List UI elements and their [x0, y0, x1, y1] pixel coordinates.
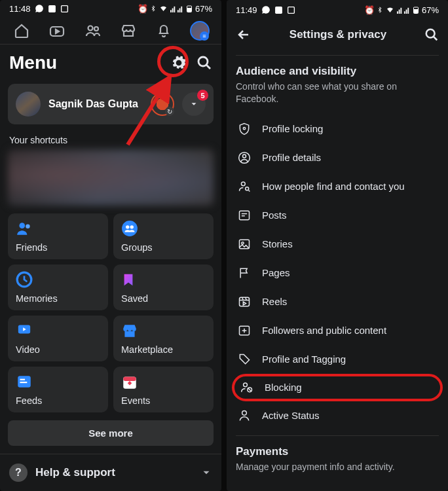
svg-point-15: [26, 225, 29, 229]
svg-rect-26: [275, 7, 282, 14]
section-desc: Control who can see what you share on Fa…: [236, 81, 439, 105]
person-icon: [237, 409, 252, 423]
flag-icon: [237, 266, 252, 280]
svg-point-14: [19, 223, 25, 228]
svg-point-11: [88, 26, 92, 30]
settings-title: Settings & privacy: [252, 28, 424, 41]
search-icon[interactable]: [424, 27, 439, 42]
svg-rect-31: [404, 11, 405, 14]
person-block-icon: [240, 380, 254, 395]
row-find-contact[interactable]: How people find and contact you: [236, 172, 439, 201]
menu-header: Menu: [0, 45, 221, 80]
row-profile-locking[interactable]: Profile locking: [236, 115, 439, 143]
search-icon[interactable]: [196, 54, 212, 71]
row-stories[interactable]: Stories: [236, 230, 439, 259]
tile-feeds[interactable]: Feeds: [8, 367, 108, 412]
row-ads-payments[interactable]: Ads payments: [236, 482, 439, 491]
tile-memories[interactable]: Memories: [8, 264, 108, 310]
tile-friends[interactable]: Friends: [8, 213, 108, 259]
wifi-icon: [159, 5, 168, 12]
whatsapp-icon: [261, 5, 271, 14]
svg-point-47: [244, 383, 248, 387]
tab-video[interactable]: [39, 23, 75, 39]
signal-icon: [397, 6, 410, 14]
wifi-icon: [385, 6, 395, 14]
tab-profile-menu[interactable]: [182, 21, 217, 41]
menu-grid: Friends Groups Memories Saved Video Mark…: [8, 213, 214, 412]
svg-rect-23: [20, 382, 28, 383]
svg-point-12: [94, 27, 98, 31]
left-screenshot: 11:48 ⏰ 67% Menu Sagnik Das Gupta: [0, 0, 221, 491]
gear-icon[interactable]: [170, 54, 187, 71]
user-name: Sagnik Das Gupta: [48, 98, 143, 110]
right-screenshot: 11:49 ⏰ 67% Settings & privacy Audience …: [227, 0, 448, 491]
followers-icon: [237, 323, 252, 338]
svg-rect-35: [414, 9, 417, 12]
bluetooth-icon: [150, 4, 157, 13]
post-icon: [237, 208, 252, 223]
svg-rect-29: [399, 9, 400, 13]
svg-rect-3: [172, 9, 174, 12]
battery-pct: 67%: [195, 4, 212, 14]
row-pages[interactable]: Pages: [236, 259, 439, 287]
back-icon[interactable]: [236, 27, 252, 43]
tile-events[interactable]: Events: [113, 367, 214, 412]
row-tagging[interactable]: Profile and Tagging: [236, 345, 439, 374]
avatar: [16, 92, 41, 117]
tab-friends[interactable]: [75, 23, 111, 39]
svg-point-40: [241, 182, 245, 186]
user-card[interactable]: Sagnik Das Gupta 5: [8, 84, 214, 124]
image-icon: [237, 237, 252, 251]
clock: 11:48: [9, 4, 31, 14]
row-blocking[interactable]: Blocking: [232, 374, 443, 401]
help-support-row[interactable]: ? Help & support: [0, 454, 221, 491]
page-title: Menu: [9, 52, 57, 73]
tab-home[interactable]: [4, 23, 39, 39]
svg-rect-32: [406, 9, 407, 13]
section-title: Audience and visibility: [236, 65, 439, 78]
tile-groups[interactable]: Groups: [113, 213, 214, 259]
svg-rect-5: [177, 10, 179, 12]
page-switcher[interactable]: 5: [182, 92, 206, 116]
tab-notifications[interactable]: [146, 23, 181, 39]
row-active-status[interactable]: Active Status: [236, 401, 439, 430]
svg-rect-22: [20, 379, 26, 380]
row-profile-details[interactable]: Profile details: [236, 143, 439, 172]
row-reels[interactable]: Reels: [236, 287, 439, 316]
svg-point-41: [246, 187, 249, 191]
svg-rect-33: [407, 7, 409, 13]
tile-marketplace[interactable]: Marketplace: [113, 316, 214, 361]
status-bar: 11:49 ⏰ 67%: [227, 0, 448, 20]
divider: [236, 435, 439, 436]
alarm-icon: ⏰: [138, 4, 148, 14]
svg-point-39: [243, 155, 246, 158]
divider: [236, 55, 439, 56]
svg-point-18: [130, 225, 134, 228]
battery-icon: [185, 4, 193, 14]
alarm-icon: ⏰: [364, 5, 375, 15]
tile-saved[interactable]: Saved: [113, 264, 214, 310]
svg-rect-1: [61, 6, 67, 12]
tab-marketplace[interactable]: [111, 23, 146, 39]
tag-icon: [237, 352, 252, 367]
svg-rect-28: [397, 11, 398, 14]
svg-point-37: [243, 127, 245, 129]
svg-point-36: [426, 29, 435, 38]
row-followers[interactable]: Followers and public content: [236, 316, 439, 345]
bluetooth-icon: [377, 5, 383, 14]
see-more-button[interactable]: See more: [8, 420, 214, 446]
reels-icon: [237, 295, 252, 309]
svg-rect-25: [123, 376, 136, 381]
shortcuts-carousel[interactable]: [8, 149, 214, 206]
svg-rect-6: [179, 9, 181, 12]
story-ring[interactable]: [151, 92, 174, 116]
svg-point-16: [122, 221, 138, 236]
tile-video[interactable]: Video: [8, 316, 108, 361]
linkedin-icon: [48, 5, 56, 13]
svg-rect-4: [174, 7, 175, 12]
svg-rect-7: [181, 7, 182, 12]
notif-badge: 5: [197, 90, 208, 101]
svg-rect-27: [288, 7, 294, 13]
row-posts[interactable]: Posts: [236, 201, 439, 230]
section-desc: Manage your payment info and activity.: [236, 461, 439, 473]
